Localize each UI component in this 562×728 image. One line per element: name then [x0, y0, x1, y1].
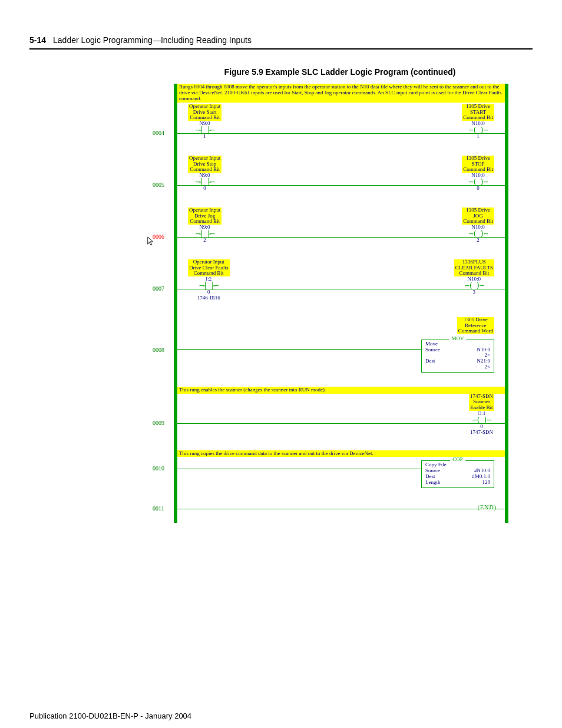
rung-number: 0004 [153, 130, 164, 136]
ladder-diagram: Rungs 0004 through 0008 move the operato… [174, 84, 508, 523]
output-terminal: 3 [454, 289, 494, 295]
rung-0011-end: (END) 0011 [177, 502, 505, 523]
rung-number: 0008 [153, 347, 164, 353]
output-desc: 1305 Drive START Command Bit [462, 104, 494, 121]
output-desc: 1747-SDN Scanner Enable Bit [469, 394, 494, 411]
dest-label: Dest [425, 358, 435, 364]
rung-number: 0009 [153, 420, 164, 426]
output-desc: 1305 Drive Reference Command Word [457, 317, 494, 335]
output-terminal: 1 [462, 134, 494, 140]
rung-number: 0010 [153, 465, 164, 472]
mov-instruction-box: MOV Move SourceN10:0 2< DestN21:0 2< [421, 340, 494, 373]
length-label: Length [425, 480, 441, 486]
page-number: 5-14 [29, 35, 46, 45]
rung-0008: 1305 Drive Reference Command Word MOV Mo… [177, 317, 505, 387]
input-desc: Operator Input Drive Clear Faults Comman… [188, 259, 230, 277]
cursor-icon [147, 236, 155, 246]
input-desc: Operator Input Drive Start Command Bit [188, 104, 222, 121]
input-desc: Operator Input Drive Stop Command Bit [188, 156, 222, 173]
output-module: 1747-SDN [469, 430, 494, 436]
input-terminal: 0 [188, 186, 222, 192]
end-symbol: (END) [478, 504, 497, 510]
output-desc: 1305 Drive STOP Command Bit [462, 156, 494, 173]
rung-0004: Operator Input Drive Start Command Bit N… [177, 104, 505, 156]
source-label: Source [425, 347, 440, 353]
dest-sub: 2< [484, 364, 490, 370]
rung-0006: Operator Input Drive Jog Command Bit N9:… [177, 207, 505, 259]
page-header: 5-14 Ladder Logic Programming—Including … [29, 35, 533, 50]
figure-caption: Figure 5.9 Example SLC Ladder Logic Prog… [147, 67, 533, 77]
rung-0009: 1747-SDN Scanner Enable Bit O:1 ─( )─ 0 … [177, 394, 505, 450]
input-terminal: 1 [188, 134, 222, 140]
input-module: 1746-IB16 [188, 295, 230, 301]
rung-number: 0005 [153, 182, 164, 188]
rung-comment: This rung enables the scanner (changes t… [177, 387, 505, 394]
rung-number: 0007 [153, 285, 164, 292]
length-value: 128 [482, 480, 491, 486]
box-mnemonic: COP [450, 457, 465, 463]
output-desc: 1336PLUS CLEAR FAULTS Command Bit [454, 259, 494, 277]
input-desc: Operator Input Drive Jog Command Bit [188, 207, 222, 225]
rung-0005: Operator Input Drive Stop Command Bit N9… [177, 156, 505, 207]
publication-footer: Publication 2100-DU021B-EN-P - January 2… [29, 711, 533, 720]
box-mnemonic: MOV [449, 336, 466, 342]
output-desc: 1305 Drive JOG Command Bit [462, 207, 494, 225]
rung-number: 0011 [153, 505, 164, 512]
chapter-title: Ladder Logic Programming—Including Readi… [53, 35, 252, 45]
rung-0007: Operator Input Drive Clear Faults Comman… [177, 259, 505, 317]
input-terminal: 2 [188, 238, 222, 243]
output-terminal: 2 [462, 238, 494, 243]
output-terminal: 0 [462, 186, 494, 192]
cop-instruction-box: COP Copy File Source#N10:0 Dest#M0:1.0 L… [421, 460, 494, 488]
rung-0010: COP Copy File Source#N10:0 Dest#M0:1.0 L… [177, 457, 505, 502]
rung-comment-top: Rungs 0004 through 0008 move the operato… [177, 84, 505, 103]
